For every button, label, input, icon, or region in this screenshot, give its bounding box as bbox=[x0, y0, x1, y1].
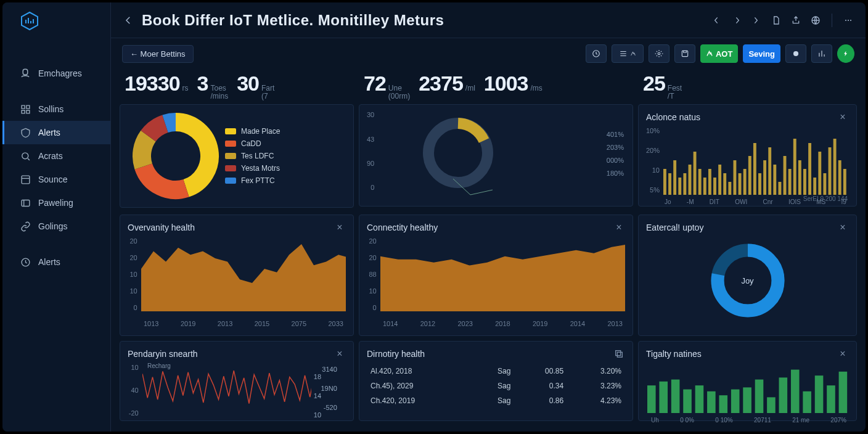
nav-header-label: Emchagres bbox=[38, 68, 82, 78]
tool-bolt[interactable] bbox=[837, 44, 854, 63]
sidebar-item-alerts[interactable]: Alerts bbox=[2, 121, 110, 144]
sidebar-item-sounce[interactable]: Sounce bbox=[2, 168, 110, 191]
table-row[interactable]: Al.420, 2018Sag00.853.20% bbox=[367, 364, 625, 379]
svg-rect-35 bbox=[763, 160, 766, 195]
svg-rect-3 bbox=[22, 176, 30, 184]
legend-item: Tes LDFC bbox=[225, 152, 280, 160]
card-title: Eatercal! uptoy bbox=[646, 223, 703, 232]
svg-rect-65 bbox=[755, 380, 764, 413]
user-icon bbox=[20, 68, 31, 79]
card-title: Overvanity health bbox=[128, 223, 195, 232]
svg-rect-40 bbox=[788, 169, 792, 195]
svg-rect-15 bbox=[663, 169, 666, 195]
svg-rect-29 bbox=[734, 160, 737, 195]
tool-list[interactable] bbox=[612, 44, 644, 63]
tool-dark[interactable] bbox=[785, 44, 806, 63]
sidebar-item-alerts[interactable]: Alerts bbox=[2, 250, 110, 274]
donut-legend: Made PlaceCaDDTes LDFCYesta MotrsFex PTT… bbox=[225, 127, 280, 185]
globe-icon[interactable] bbox=[809, 14, 822, 27]
svg-rect-20 bbox=[689, 165, 692, 195]
svg-point-7 bbox=[845, 19, 846, 20]
more-icon[interactable] bbox=[842, 14, 854, 27]
nav-back-icon[interactable] bbox=[711, 14, 723, 27]
tool-bars[interactable] bbox=[811, 44, 832, 63]
kpi-group-left: 19330rs3Toes/mins30Fart(7 bbox=[120, 69, 354, 104]
tool-save[interactable] bbox=[674, 44, 695, 63]
btn-aot[interactable]: AOT bbox=[700, 44, 738, 63]
svg-rect-60 bbox=[695, 385, 704, 413]
svg-rect-1 bbox=[23, 69, 28, 75]
nav-icon bbox=[20, 197, 31, 208]
card-title: Tigalty natines bbox=[646, 349, 702, 359]
layers-icon[interactable] bbox=[613, 348, 625, 360]
share-icon[interactable] bbox=[790, 14, 802, 27]
area-chart-connectity bbox=[380, 237, 625, 316]
close-icon[interactable]: × bbox=[837, 221, 849, 234]
card-connectity: Connectity healthy× 202088100 1014201220… bbox=[359, 215, 633, 336]
svg-rect-67 bbox=[779, 378, 788, 414]
file-icon[interactable] bbox=[770, 14, 782, 27]
card-eatercall: Eatercal! uptoy× Joy bbox=[638, 215, 857, 336]
svg-rect-69 bbox=[803, 391, 811, 413]
card-title: Aclonce natus bbox=[646, 112, 700, 122]
area-chart-overvanity bbox=[141, 237, 346, 316]
tool-clock[interactable] bbox=[586, 44, 607, 63]
svg-rect-38 bbox=[778, 182, 781, 195]
svg-rect-50 bbox=[838, 160, 841, 195]
table-row[interactable]: Ch.45), 2029Sag0.343.23% bbox=[367, 379, 625, 393]
card-title: Dirnotiry health bbox=[367, 349, 425, 359]
nav-label: Paweling bbox=[38, 198, 73, 208]
svg-rect-34 bbox=[758, 173, 761, 195]
card-tigalty: Tigalty natines× Uh0 0%0 10%2071121 me20… bbox=[638, 341, 857, 421]
svg-rect-72 bbox=[839, 372, 848, 413]
svg-rect-43 bbox=[803, 169, 806, 195]
legend-item: Fex PTTC bbox=[225, 176, 280, 185]
svg-rect-64 bbox=[743, 388, 751, 414]
donut-chart-1 bbox=[126, 110, 225, 202]
card-title: Connectity healthy bbox=[367, 223, 438, 232]
nav-label: Sollins bbox=[38, 104, 63, 114]
svg-rect-45 bbox=[813, 178, 816, 195]
legend-item: Made Place bbox=[225, 127, 280, 136]
table-row[interactable]: Ch.420, 2019Sag0.864.23% bbox=[367, 393, 625, 408]
nav-label: Alerts bbox=[38, 257, 60, 267]
card-aclonce: Aclonce natus× 10%20%105% Jo-MDITOWICnrI… bbox=[638, 104, 857, 207]
svg-rect-41 bbox=[793, 139, 796, 195]
nav-label: Golings bbox=[38, 221, 67, 231]
close-icon[interactable]: × bbox=[334, 348, 346, 360]
line-chart-pendary bbox=[142, 364, 311, 419]
btn-seving[interactable]: Seving bbox=[743, 44, 780, 63]
sidebar: Emchagres SollinsAlertsAcratsSouncePawel… bbox=[2, 2, 111, 432]
svg-rect-55 bbox=[617, 352, 622, 357]
svg-rect-58 bbox=[671, 380, 680, 413]
legend-item: Yesta Motrs bbox=[225, 164, 280, 173]
sidebar-item-acrats[interactable]: Acrats bbox=[2, 144, 110, 168]
redo-icon[interactable] bbox=[750, 14, 763, 27]
svg-point-2 bbox=[22, 152, 28, 158]
bar-chart-tigalty bbox=[646, 364, 850, 414]
donut-chart-2 bbox=[378, 111, 538, 197]
svg-rect-4 bbox=[22, 200, 30, 206]
kpi: 1003/ms bbox=[484, 72, 542, 96]
tool-gear[interactable] bbox=[649, 44, 669, 63]
nav-fwd-icon[interactable] bbox=[731, 14, 743, 27]
close-icon[interactable]: × bbox=[837, 348, 849, 360]
svg-rect-56 bbox=[647, 385, 656, 413]
svg-rect-59 bbox=[683, 390, 692, 413]
close-icon[interactable]: × bbox=[837, 111, 849, 123]
svg-rect-19 bbox=[683, 173, 686, 195]
svg-rect-23 bbox=[703, 178, 706, 195]
breadcrumb[interactable]: ← Moer Bettins bbox=[122, 45, 194, 63]
svg-point-11 bbox=[658, 52, 660, 55]
kpi: 30Fart(7 bbox=[237, 72, 274, 100]
sidebar-item-sollins[interactable]: Sollins bbox=[2, 97, 110, 121]
card-donut-2: 3043900 401%203%000%180% bbox=[359, 104, 633, 207]
svg-rect-37 bbox=[773, 165, 776, 195]
bar-chart-aclonce bbox=[663, 127, 848, 200]
kpi: 25Fest/T bbox=[643, 72, 682, 100]
sidebar-item-golings[interactable]: Golings bbox=[2, 215, 110, 238]
sidebar-item-paweling[interactable]: Paweling bbox=[2, 191, 110, 215]
back-icon[interactable] bbox=[122, 14, 134, 27]
close-icon[interactable]: × bbox=[613, 221, 625, 234]
close-icon[interactable]: × bbox=[334, 221, 346, 234]
